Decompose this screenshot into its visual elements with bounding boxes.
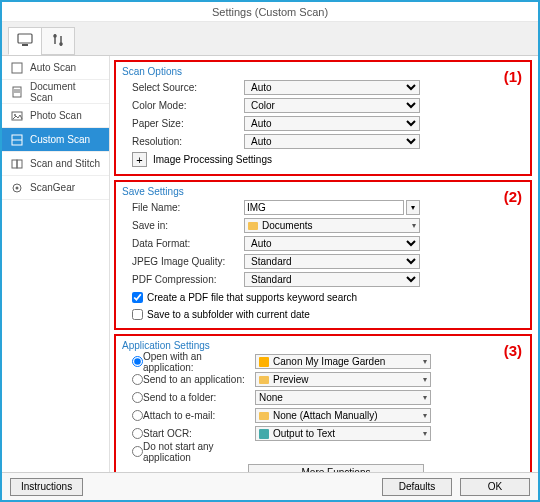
data-format-label: Data Format:: [122, 238, 244, 249]
sidebar-item-photo-scan[interactable]: Photo Scan: [2, 104, 109, 128]
svg-rect-0: [18, 34, 32, 43]
tab-tools[interactable]: [41, 27, 75, 55]
save-in-dropdown[interactable]: Documents ▾: [244, 218, 420, 233]
callout-1: (1): [504, 68, 522, 85]
select-source-dropdown[interactable]: Auto: [244, 80, 420, 95]
select-source-label: Select Source:: [122, 82, 244, 93]
sidebar-item-scangear[interactable]: ScanGear: [2, 176, 109, 200]
ocr-icon: [259, 429, 269, 439]
defaults-button[interactable]: Defaults: [382, 478, 452, 496]
sidebar-item-document-scan[interactable]: Document Scan: [2, 80, 109, 104]
expand-image-processing-button[interactable]: +: [132, 152, 147, 167]
start-ocr-value: Output to Text: [273, 428, 335, 439]
do-not-start-radio[interactable]: [132, 446, 143, 457]
send-to-app-radio[interactable]: [132, 374, 143, 385]
attach-email-label: Attach to e-mail:: [143, 410, 255, 421]
start-ocr-radio[interactable]: [132, 428, 143, 439]
color-mode-dropdown[interactable]: Color: [244, 98, 420, 113]
color-mode-label: Color Mode:: [122, 100, 244, 111]
instructions-button[interactable]: Instructions: [10, 478, 83, 496]
resolution-dropdown[interactable]: Auto: [244, 134, 420, 149]
more-functions-button[interactable]: More Functions: [248, 464, 424, 473]
paper-size-dropdown[interactable]: Auto: [244, 116, 420, 131]
ok-label: OK: [488, 481, 502, 492]
attach-email-dropdown[interactable]: None (Attach Manually) ▾: [255, 408, 431, 423]
sidebar-item-scan-stitch[interactable]: Scan and Stitch: [2, 152, 109, 176]
ok-button[interactable]: OK: [460, 478, 530, 496]
sidebar-item-label: Photo Scan: [30, 110, 82, 121]
sidebar-item-custom-scan[interactable]: Custom Scan: [2, 128, 109, 152]
send-to-app-value: Preview: [273, 374, 309, 385]
subfolder-label: Save to a subfolder with current date: [147, 309, 310, 320]
tab-scan-from-computer[interactable]: [8, 27, 42, 55]
file-name-label: File Name:: [122, 202, 244, 213]
sidebar-item-label: ScanGear: [30, 182, 75, 193]
file-name-input[interactable]: [244, 200, 404, 215]
open-with-app-label: Open with an application:: [143, 351, 255, 373]
subfolder-checkbox[interactable]: [132, 309, 143, 320]
svg-rect-4: [12, 63, 22, 73]
data-format-dropdown[interactable]: Auto: [244, 236, 420, 251]
folder-icon: [248, 222, 258, 230]
save-settings-group: (2) Save Settings File Name: ▾ Save in: …: [114, 180, 532, 330]
chevron-down-icon: ▾: [423, 411, 427, 420]
chevron-down-icon[interactable]: ▾: [406, 200, 420, 215]
chevron-down-icon: ▾: [412, 221, 416, 230]
send-to-folder-dropdown[interactable]: None ▾: [255, 390, 431, 405]
svg-point-15: [16, 186, 19, 189]
send-to-app-dropdown[interactable]: Preview ▾: [255, 372, 431, 387]
sidebar-item-label: Auto Scan: [30, 62, 76, 73]
application-settings-group: (3) Application Settings Open with an ap…: [114, 334, 532, 472]
image-processing-label: Image Processing Settings: [153, 154, 272, 165]
svg-rect-1: [22, 44, 28, 46]
send-to-folder-label: Send to a folder:: [143, 392, 255, 403]
jpeg-quality-dropdown[interactable]: Standard: [244, 254, 420, 269]
callout-2: (2): [504, 188, 522, 205]
paper-size-label: Paper Size:: [122, 118, 244, 129]
svg-rect-12: [12, 160, 17, 168]
scangear-icon: [10, 182, 24, 194]
custom-icon: [10, 134, 24, 146]
settings-window: Settings (Custom Scan) Auto Scan Documen…: [0, 0, 540, 502]
attach-email-value: None (Attach Manually): [273, 410, 378, 421]
chevron-down-icon: ▾: [423, 357, 427, 366]
pdf-keyword-checkbox[interactable]: [132, 292, 143, 303]
do-not-start-label: Do not start any application: [143, 441, 255, 463]
window-title: Settings (Custom Scan): [212, 6, 328, 18]
attach-email-radio[interactable]: [132, 410, 143, 421]
app-icon: [259, 376, 269, 384]
pdf-compression-dropdown[interactable]: Standard: [244, 272, 420, 287]
sidebar: Auto Scan Document Scan Photo Scan Custo…: [2, 56, 110, 472]
svg-rect-13: [17, 160, 22, 168]
svg-point-3: [59, 42, 63, 46]
page-auto-icon: [10, 62, 24, 74]
more-functions-label: More Functions: [302, 467, 371, 472]
scan-options-group: (1) Scan Options Select Source: Auto Col…: [114, 60, 532, 176]
tools-icon: [51, 33, 65, 49]
start-ocr-label: Start OCR:: [143, 428, 255, 439]
start-ocr-dropdown[interactable]: Output to Text ▾: [255, 426, 431, 441]
document-icon: [10, 86, 24, 98]
sidebar-item-label: Scan and Stitch: [30, 158, 100, 169]
save-in-label: Save in:: [122, 220, 244, 231]
save-settings-title: Save Settings: [122, 186, 524, 197]
save-in-value: Documents: [262, 220, 313, 231]
content-area: (1) Scan Options Select Source: Auto Col…: [110, 56, 538, 472]
chevron-down-icon: ▾: [423, 393, 427, 402]
open-with-app-radio[interactable]: [132, 356, 143, 367]
mail-icon: [259, 412, 269, 420]
sidebar-item-auto-scan[interactable]: Auto Scan: [2, 56, 109, 80]
send-to-app-label: Send to an application:: [143, 374, 255, 385]
photo-icon: [10, 110, 24, 122]
callout-3: (3): [504, 342, 522, 359]
stitch-icon: [10, 158, 24, 170]
defaults-label: Defaults: [399, 481, 436, 492]
open-with-app-dropdown[interactable]: Canon My Image Garden ▾: [255, 354, 431, 369]
pdf-keyword-label: Create a PDF file that supports keyword …: [147, 292, 357, 303]
send-to-folder-radio[interactable]: [132, 392, 143, 403]
titlebar: Settings (Custom Scan): [2, 2, 538, 22]
footer: Instructions Defaults OK: [2, 472, 538, 500]
app-icon: [259, 357, 269, 367]
svg-point-2: [53, 34, 57, 38]
resolution-label: Resolution:: [122, 136, 244, 147]
